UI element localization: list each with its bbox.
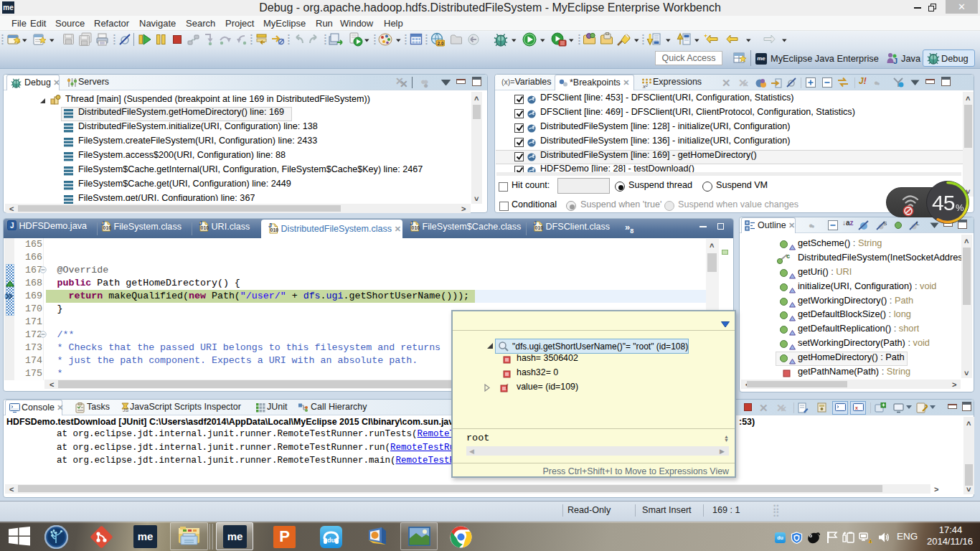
svg-text:f: f: [506, 383, 509, 390]
svg-text:J: J: [893, 57, 897, 65]
svg-text:J: J: [533, 220, 537, 227]
svg-text:J: J: [199, 220, 202, 227]
svg-text:2.0: 2.0: [438, 41, 444, 46]
svg-text:J: J: [10, 222, 14, 230]
svg-text:!: !: [870, 540, 871, 544]
svg-text:JS: JS: [123, 408, 129, 413]
svg-text:x: x: [855, 405, 858, 410]
svg-text:J: J: [410, 220, 413, 227]
svg-text:x²: x²: [642, 83, 648, 89]
svg-text:45: 45: [932, 191, 955, 215]
svg-text:J: J: [268, 222, 272, 229]
svg-text:%: %: [956, 202, 964, 213]
svg-text:J: J: [101, 220, 105, 227]
svg-text:du: du: [327, 537, 335, 544]
svg-text:c: c: [786, 253, 790, 260]
